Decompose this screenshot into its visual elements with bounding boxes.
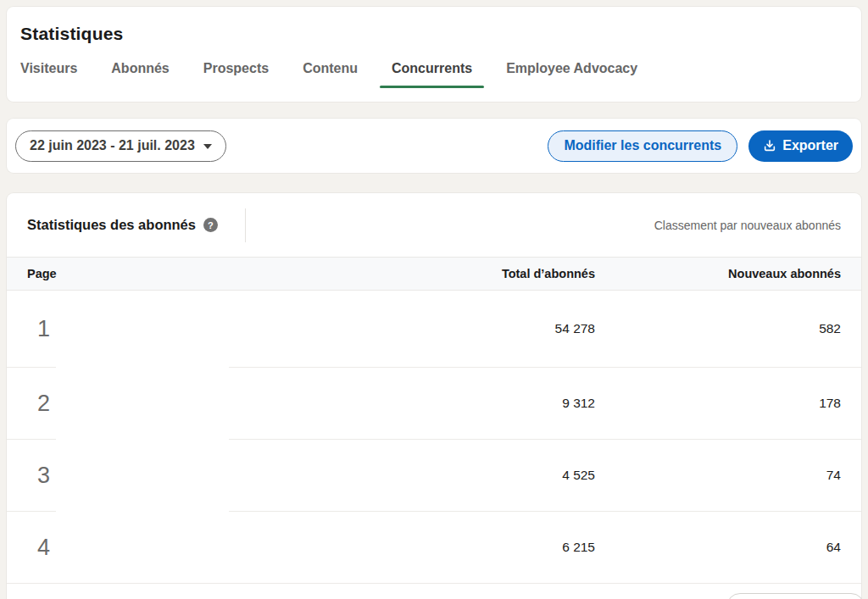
stats-card-header: Statistiques des abonnés ? Classement pa… bbox=[7, 193, 861, 257]
bottom-right-overlay-panel[interactable] bbox=[726, 593, 865, 599]
chevron-down-icon bbox=[203, 144, 212, 149]
total-followers-cell: 9 312 bbox=[356, 396, 595, 411]
tab-concurrents[interactable]: Concurrents bbox=[378, 54, 486, 89]
redacted-page-names-overlay bbox=[56, 293, 229, 519]
analytics-header-card: Statistiques VisiteursAbonnésProspectsCo… bbox=[7, 7, 861, 102]
export-button-label: Exporter bbox=[782, 138, 838, 153]
date-range-picker[interactable]: 22 juin 2023 - 21 juil. 2023 bbox=[15, 130, 226, 162]
stats-card-title: Statistiques des abonnés bbox=[27, 217, 196, 233]
question-mark-icon[interactable]: ? bbox=[203, 218, 218, 232]
toolbar-card: 22 juin 2023 - 21 juil. 2023 Modifier le… bbox=[7, 119, 861, 173]
new-followers-cell: 64 bbox=[595, 540, 841, 555]
tab-abonnes[interactable]: Abonnés bbox=[97, 54, 182, 89]
page-title: Statistiques bbox=[20, 24, 848, 44]
rank-cell: 4 bbox=[27, 535, 76, 561]
vertical-divider bbox=[245, 208, 246, 242]
column-header-total-followers: Total d’abonnés bbox=[307, 267, 595, 280]
column-header-new-followers: Nouveaux abonnés bbox=[595, 267, 841, 280]
new-followers-cell: 74 bbox=[595, 468, 841, 483]
tab-employee-advocacy[interactable]: Employee Advocacy bbox=[492, 54, 651, 89]
tab-visiteurs[interactable]: Visiteurs bbox=[7, 54, 91, 89]
followers-stats-card: Statistiques des abonnés ? Classement pa… bbox=[7, 193, 861, 599]
table-row: 46 21564 bbox=[7, 512, 861, 584]
total-followers-cell: 54 278 bbox=[356, 321, 595, 336]
total-followers-cell: 6 215 bbox=[356, 540, 595, 555]
column-header-page: Page bbox=[27, 267, 307, 280]
new-followers-cell: 582 bbox=[595, 321, 841, 336]
export-button[interactable]: Exporter bbox=[748, 130, 853, 162]
ranking-note: Classement par nouveaux abonnés bbox=[654, 219, 841, 232]
modify-competitors-button[interactable]: Modifier les concurrents bbox=[548, 130, 737, 162]
tab-prospects[interactable]: Prospects bbox=[190, 54, 282, 89]
new-followers-cell: 178 bbox=[595, 396, 841, 411]
date-range-label: 22 juin 2023 - 21 juil. 2023 bbox=[30, 138, 195, 153]
tabs: VisiteursAbonnésProspectsContenuConcurre… bbox=[7, 54, 848, 89]
tab-contenu[interactable]: Contenu bbox=[289, 54, 371, 89]
download-icon bbox=[763, 139, 776, 153]
table-header-row: Page Total d’abonnés Nouveaux abonnés bbox=[7, 257, 861, 291]
total-followers-cell: 4 525 bbox=[356, 468, 595, 483]
